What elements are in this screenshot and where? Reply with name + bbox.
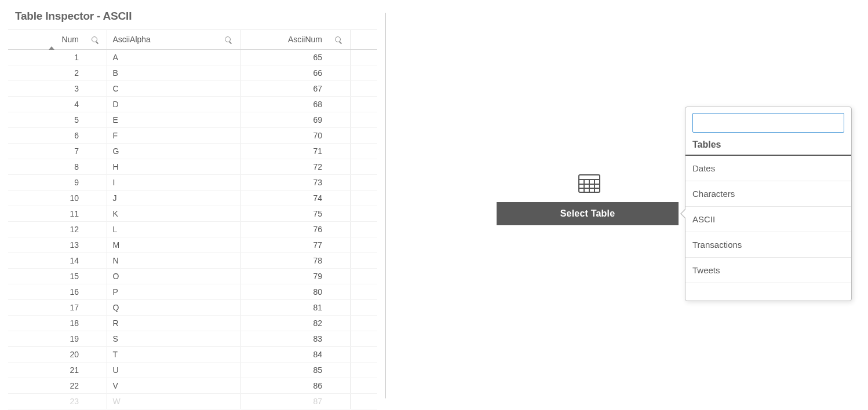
cell-pad <box>83 127 107 143</box>
table-row[interactable]: 16P80 <box>8 284 377 299</box>
cell-spacer <box>350 237 377 252</box>
tables-list-item[interactable]: Dates <box>685 156 851 181</box>
table-row[interactable]: 15O79 <box>8 268 377 284</box>
cell-asciinum: 87 <box>240 393 327 409</box>
col-alpha-search[interactable] <box>217 30 240 49</box>
cell-pad <box>217 190 240 206</box>
tables-list-item[interactable]: Characters <box>685 181 851 207</box>
cell-asciinum: 73 <box>240 174 327 190</box>
col-asciinum-search[interactable] <box>327 30 350 49</box>
cell-alpha: P <box>107 284 217 299</box>
tables-list-item[interactable]: Tweets <box>685 258 851 283</box>
table-row[interactable]: 19S83 <box>8 331 377 346</box>
cell-pad <box>217 159 240 174</box>
cell-pad <box>217 346 240 362</box>
table-row[interactable]: 11K75 <box>8 206 377 221</box>
cell-alpha: U <box>107 362 217 378</box>
cell-spacer <box>350 221 377 237</box>
page-title: Table Inspector - ASCII <box>15 10 377 23</box>
cell-alpha: L <box>107 221 217 237</box>
cell-pad <box>327 393 350 409</box>
cell-pad <box>217 112 240 127</box>
cell-pad <box>217 65 240 80</box>
table-row[interactable]: 14N78 <box>8 252 377 268</box>
cell-alpha: G <box>107 143 217 159</box>
table-icon <box>578 174 600 193</box>
cell-alpha: J <box>107 190 217 206</box>
cell-pad <box>327 362 350 378</box>
cell-pad <box>327 49 350 65</box>
tables-search-input[interactable] <box>692 113 844 133</box>
tables-list-item[interactable]: Transactions <box>685 232 851 258</box>
cell-spacer <box>350 159 377 174</box>
table-row[interactable]: 1A65 <box>8 49 377 65</box>
cell-pad <box>327 346 350 362</box>
cell-spacer <box>350 315 377 331</box>
cell-spacer <box>350 299 377 315</box>
table-row[interactable]: 3C67 <box>8 80 377 96</box>
table-row[interactable]: 17Q81 <box>8 299 377 315</box>
cell-alpha: I <box>107 174 217 190</box>
cell-asciinum: 69 <box>240 112 327 127</box>
cell-pad <box>83 174 107 190</box>
cell-pad <box>217 80 240 96</box>
cell-spacer <box>350 143 377 159</box>
cell-num: 16 <box>8 284 83 299</box>
table-row[interactable]: 23W87 <box>8 393 377 409</box>
cell-spacer <box>350 80 377 96</box>
table-row[interactable]: 12L76 <box>8 221 377 237</box>
cell-asciinum: 72 <box>240 159 327 174</box>
table-row[interactable]: 9I73 <box>8 174 377 190</box>
table-row[interactable]: 8H72 <box>8 159 377 174</box>
cell-asciinum: 78 <box>240 252 327 268</box>
popover-search-wrap <box>685 107 851 137</box>
cell-spacer <box>350 346 377 362</box>
cell-num: 23 <box>8 393 83 409</box>
col-header-alpha[interactable]: AsciiAlpha <box>107 30 217 49</box>
cell-pad <box>83 362 107 378</box>
cell-asciinum: 70 <box>240 127 327 143</box>
cell-alpha: C <box>107 80 217 96</box>
cell-spacer <box>350 112 377 127</box>
cell-pad <box>327 331 350 346</box>
table-row[interactable]: 18R82 <box>8 315 377 331</box>
cell-num: 22 <box>8 378 83 393</box>
table-row[interactable]: 2B66 <box>8 65 377 80</box>
table-row[interactable]: 4D68 <box>8 96 377 112</box>
table-row[interactable]: 5E69 <box>8 112 377 127</box>
col-header-asciinum-label: AsciiNum <box>288 35 322 44</box>
table-row[interactable]: 21U85 <box>8 362 377 378</box>
cell-num: 13 <box>8 237 83 252</box>
search-icon <box>224 36 232 44</box>
cell-pad <box>327 174 350 190</box>
search-icon <box>91 36 99 44</box>
cell-spacer <box>350 206 377 221</box>
table-row[interactable]: 22V86 <box>8 378 377 393</box>
cell-alpha: E <box>107 112 217 127</box>
table-row[interactable]: 13M77 <box>8 237 377 252</box>
col-header-asciinum[interactable]: AsciiNum <box>240 30 327 49</box>
col-header-num[interactable]: Num <box>8 30 83 49</box>
cell-num: 5 <box>8 112 83 127</box>
cell-pad <box>83 159 107 174</box>
cell-pad <box>83 143 107 159</box>
cell-spacer <box>350 393 377 409</box>
table-row[interactable]: 7G71 <box>8 143 377 159</box>
table-row[interactable]: 10J74 <box>8 190 377 206</box>
table-row[interactable]: 20T84 <box>8 346 377 362</box>
cell-num: 14 <box>8 252 83 268</box>
cell-spacer <box>350 174 377 190</box>
sort-ascending-icon <box>49 46 54 50</box>
col-num-search[interactable] <box>83 30 107 49</box>
cell-pad <box>217 362 240 378</box>
cell-pad <box>327 159 350 174</box>
table-row[interactable]: 6F70 <box>8 127 377 143</box>
cell-spacer <box>350 362 377 378</box>
select-table-button[interactable]: Select Table <box>497 202 679 225</box>
cell-pad <box>327 252 350 268</box>
tables-list-item[interactable]: ASCII <box>685 207 851 232</box>
cell-pad <box>217 49 240 65</box>
col-spacer <box>350 30 377 49</box>
cell-spacer <box>350 378 377 393</box>
cell-alpha: H <box>107 159 217 174</box>
